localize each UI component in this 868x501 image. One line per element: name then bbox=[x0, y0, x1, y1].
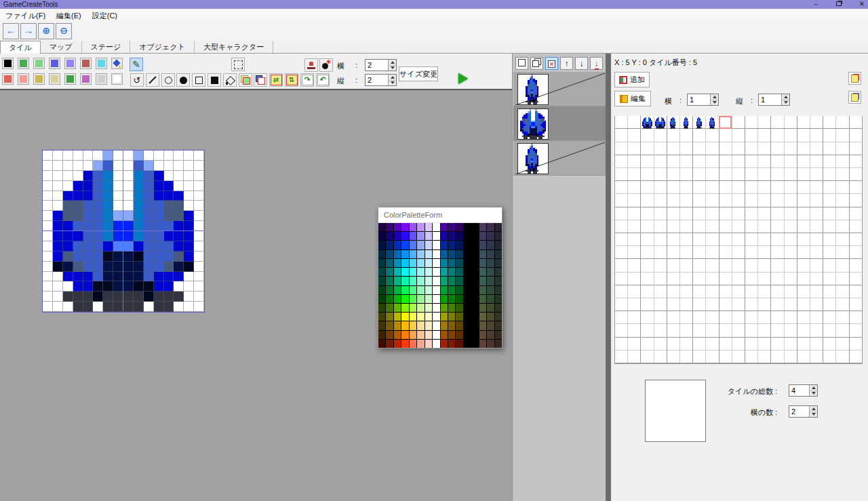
new-tile-button[interactable] bbox=[515, 57, 528, 70]
canvas-pixel[interactable] bbox=[134, 211, 144, 221]
canvas-pixel[interactable] bbox=[103, 262, 113, 272]
color-swatch[interactable] bbox=[64, 73, 76, 85]
canvas-pixel[interactable] bbox=[43, 191, 53, 201]
palette-color-cell[interactable] bbox=[495, 304, 502, 312]
canvas-pixel[interactable] bbox=[53, 201, 63, 211]
canvas-pixel[interactable] bbox=[83, 262, 94, 272]
menu-item[interactable]: 設定(C) bbox=[87, 9, 123, 21]
palette-color-cell[interactable] bbox=[394, 250, 401, 258]
canvas-pixel[interactable] bbox=[184, 151, 194, 161]
palette-color-cell[interactable] bbox=[394, 259, 401, 267]
canvas-pixel[interactable] bbox=[144, 151, 154, 161]
palette-color-cell[interactable] bbox=[441, 286, 448, 294]
palette-color-cell[interactable] bbox=[456, 340, 462, 348]
palette-color-cell[interactable] bbox=[394, 241, 401, 249]
canvas-pixel[interactable] bbox=[164, 191, 174, 201]
canvas-pixel[interactable] bbox=[144, 231, 154, 241]
canvas-pixel[interactable] bbox=[103, 231, 113, 241]
canvas-pixel[interactable] bbox=[154, 191, 164, 201]
canvas-pixel[interactable] bbox=[123, 211, 134, 221]
palette-color-cell[interactable] bbox=[441, 295, 448, 303]
palette-color-cell[interactable] bbox=[433, 259, 439, 267]
columns-spinner-down-arrow[interactable] bbox=[810, 412, 817, 417]
canvas-pixel[interactable] bbox=[63, 181, 73, 191]
canvas-pixel[interactable] bbox=[154, 201, 164, 211]
canvas-pixel[interactable] bbox=[144, 272, 154, 282]
canvas-pixel[interactable] bbox=[63, 201, 73, 211]
canvas-pixel[interactable] bbox=[164, 201, 174, 211]
palette-color-cell[interactable] bbox=[464, 295, 471, 303]
import-tile-button[interactable] bbox=[848, 72, 861, 85]
canvas-pixel[interactable] bbox=[73, 151, 83, 161]
palette-color-cell[interactable] bbox=[471, 295, 478, 303]
canvas-pixel[interactable] bbox=[73, 211, 83, 221]
palette-color-cell[interactable] bbox=[464, 331, 471, 339]
copy-tool[interactable] bbox=[239, 73, 252, 87]
canvas-pixel[interactable] bbox=[73, 302, 83, 312]
canvas-pixel[interactable] bbox=[93, 281, 103, 292]
palette-color-cell[interactable] bbox=[487, 277, 494, 285]
canvas-pixel[interactable] bbox=[184, 201, 194, 211]
palette-color-cell[interactable] bbox=[417, 295, 424, 303]
canvas-pixel[interactable] bbox=[164, 221, 174, 231]
palette-color-cell[interactable] bbox=[441, 277, 448, 285]
palette-color-cell[interactable] bbox=[425, 286, 432, 294]
palette-color-cell[interactable] bbox=[401, 268, 408, 276]
canvas-pixel[interactable] bbox=[113, 161, 123, 171]
canvas-pixel[interactable] bbox=[194, 281, 204, 292]
palette-color-cell[interactable] bbox=[495, 286, 502, 294]
special-color-button[interactable]: ✦ bbox=[111, 58, 123, 69]
canvas-pixel[interactable] bbox=[93, 292, 103, 302]
palette-color-cell[interactable] bbox=[401, 223, 408, 231]
bomb-tool[interactable]: ✱ bbox=[319, 58, 333, 72]
resize-button[interactable]: サイズ変更 bbox=[399, 66, 438, 81]
canvas-pixel[interactable] bbox=[83, 272, 94, 282]
canvas-pixel[interactable] bbox=[113, 201, 123, 211]
palette-color-cell[interactable] bbox=[441, 241, 448, 249]
canvas-pixel[interactable] bbox=[194, 262, 204, 272]
palette-color-cell[interactable] bbox=[386, 331, 393, 339]
palette-color-cell[interactable] bbox=[378, 304, 385, 312]
zoom-in-button[interactable]: ⊕ bbox=[38, 23, 54, 39]
palette-color-cell[interactable] bbox=[386, 295, 393, 303]
palette-color-cell[interactable] bbox=[433, 250, 439, 258]
palette-color-cell[interactable] bbox=[479, 304, 486, 312]
palette-color-cell[interactable] bbox=[410, 223, 416, 231]
palette-color-cell[interactable] bbox=[479, 241, 486, 249]
canvas-pixel[interactable] bbox=[83, 241, 94, 252]
canvas-pixel[interactable] bbox=[53, 151, 63, 161]
palette-color-cell[interactable] bbox=[394, 295, 401, 303]
palette-color-cell[interactable] bbox=[401, 286, 408, 294]
canvas-pixel[interactable] bbox=[154, 231, 164, 241]
columns-spinner-value[interactable]: 2 bbox=[791, 407, 795, 416]
strip-height-spinner-value[interactable]: 1 bbox=[761, 96, 765, 104]
color-swatch[interactable] bbox=[2, 73, 14, 85]
palette-color-cell[interactable] bbox=[487, 295, 494, 303]
canvas-pixel[interactable] bbox=[164, 252, 174, 262]
palette-color-cell[interactable] bbox=[479, 268, 486, 276]
palette-color-cell[interactable] bbox=[487, 331, 494, 339]
canvas-pixel[interactable] bbox=[154, 171, 164, 181]
palette-color-cell[interactable] bbox=[479, 286, 486, 294]
color-swatch[interactable] bbox=[18, 73, 29, 85]
canvas-pixel[interactable] bbox=[83, 161, 94, 171]
canvas-pixel[interactable] bbox=[73, 252, 83, 262]
canvas-pixel[interactable] bbox=[134, 272, 144, 282]
square-tool[interactable] bbox=[192, 73, 205, 87]
menu-item[interactable]: ファイル(F) bbox=[0, 9, 51, 21]
color-swatch[interactable] bbox=[49, 73, 60, 85]
canvas-pixel[interactable] bbox=[73, 181, 83, 191]
palette-color-cell[interactable] bbox=[487, 313, 494, 321]
palette-color-cell[interactable] bbox=[410, 277, 416, 285]
canvas-pixel[interactable] bbox=[93, 161, 103, 171]
canvas-pixel[interactable] bbox=[103, 191, 113, 201]
canvas-pixel[interactable] bbox=[154, 262, 164, 272]
color-swatch[interactable] bbox=[111, 73, 123, 85]
restore-button[interactable] bbox=[834, 0, 844, 8]
palette-color-cell[interactable] bbox=[433, 268, 439, 276]
canvas-pixel[interactable] bbox=[194, 211, 204, 221]
canvas-pixel[interactable] bbox=[113, 181, 123, 191]
palette-color-cell[interactable] bbox=[441, 232, 448, 240]
palette-color-cell[interactable] bbox=[425, 313, 432, 321]
close-button[interactable]: ✕ bbox=[857, 0, 867, 8]
